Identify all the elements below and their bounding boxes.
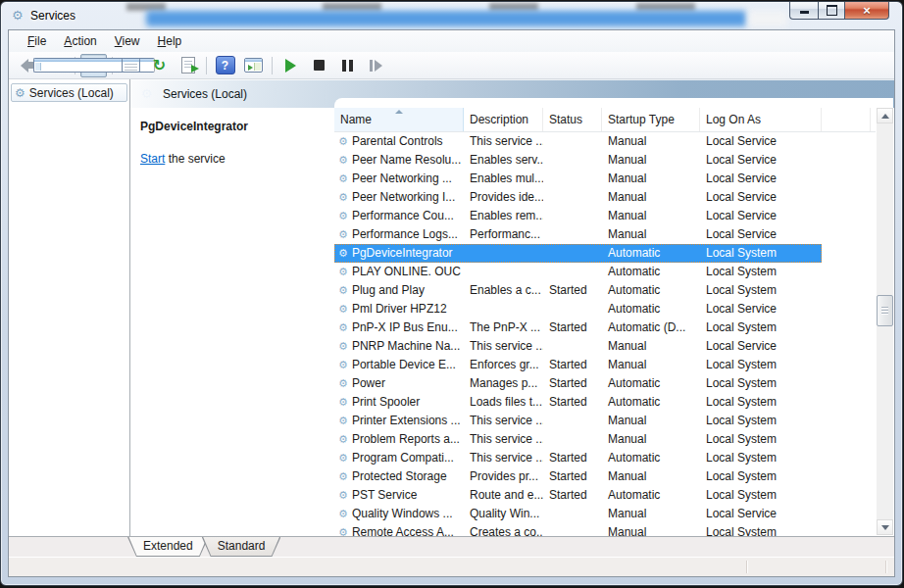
cell-text: Manual xyxy=(608,153,646,167)
service-row[interactable]: ⚙PowerManages p...StartedAutomaticLocal … xyxy=(334,374,822,393)
cell-text: Started xyxy=(549,376,587,390)
pause-service-button[interactable] xyxy=(334,54,361,77)
service-action-rest: the service xyxy=(165,152,225,166)
cell-text: Started xyxy=(549,283,587,297)
cell-startup-type: Manual xyxy=(602,505,700,523)
properties-button[interactable] xyxy=(118,54,144,77)
scrollbar-thumb[interactable] xyxy=(877,295,893,326)
column-header-startup-type[interactable]: Startup Type xyxy=(602,108,700,131)
service-row[interactable]: ⚙PLAY ONLINE. OUCAutomaticLocal System xyxy=(334,263,822,281)
cell-name: ⚙Printer Extensions ... xyxy=(334,412,464,430)
menu-help[interactable]: Help xyxy=(149,31,191,51)
start-service-button[interactable] xyxy=(277,54,304,77)
service-row[interactable]: ⚙Performance Cou...Enables rem...ManualL… xyxy=(334,207,822,225)
cell-name: ⚙Peer Name Resolu... xyxy=(334,151,464,170)
stop-service-button[interactable] xyxy=(306,54,332,77)
menu-file[interactable]: File xyxy=(19,31,55,51)
service-row[interactable]: ⚙PgDeviceIntegratorAutomaticLocal System xyxy=(334,244,822,263)
resume-service-button[interactable] xyxy=(363,54,389,77)
tree-item-services-local[interactable]: ⚙Services (Local) xyxy=(11,83,127,102)
cell-text: Program Compati... xyxy=(352,449,454,467)
cell-log-on-as: Local Service xyxy=(700,505,822,523)
cell-name: ⚙Problem Reports a... xyxy=(334,430,464,449)
service-row[interactable]: ⚙Printer Extensions ...This service ...M… xyxy=(334,412,822,430)
service-row[interactable]: ⚙Program Compati...This service ...Start… xyxy=(334,449,822,467)
start-service-link[interactable]: Start xyxy=(140,152,165,166)
help-button[interactable]: ? xyxy=(212,54,238,77)
service-row[interactable]: ⚙Protected StorageProvides pr...StartedM… xyxy=(334,467,822,486)
service-gear-icon: ⚙ xyxy=(338,393,348,412)
scroll-up-button[interactable] xyxy=(877,108,893,123)
cell-text: Manual xyxy=(608,209,646,222)
vertical-scrollbar[interactable] xyxy=(877,108,893,535)
cell-text: Performanc... xyxy=(470,227,540,241)
tab-standard[interactable]: Standard xyxy=(202,537,281,557)
maximize-icon xyxy=(827,5,837,16)
column-header-status[interactable]: Status xyxy=(543,108,602,131)
service-gear-icon: ⚙ xyxy=(338,430,348,449)
refresh-button[interactable]: ↻ xyxy=(146,54,173,77)
cell-startup-type: Manual xyxy=(602,132,700,151)
service-row[interactable]: ⚙Remote Access A...Creates a co...Manual… xyxy=(334,523,822,536)
cell-text: Local Service xyxy=(706,190,777,204)
service-row[interactable]: ⚙Plug and PlayEnables a c...StartedAutom… xyxy=(334,281,822,300)
cell-status xyxy=(543,244,602,263)
export-list-button[interactable] xyxy=(175,54,201,77)
cell-name: ⚙Peer Networking ... xyxy=(334,170,464,188)
close-button[interactable]: × xyxy=(845,2,889,20)
cell-name: ⚙PST Service xyxy=(334,486,464,505)
service-row[interactable]: ⚙Problem Reports a...This service ...Man… xyxy=(334,430,822,449)
service-row[interactable]: ⚙Portable Device E...Enforces gr...Start… xyxy=(334,356,822,374)
show-action-pane-button[interactable] xyxy=(240,54,267,77)
cell-text: Started xyxy=(549,469,587,483)
service-row[interactable]: ⚙Peer Name Resolu...Enables serv...Manua… xyxy=(334,151,822,170)
show-console-tree-button[interactable] xyxy=(80,54,107,77)
cell-log-on-as: Local System xyxy=(700,412,822,430)
cell-log-on-as: Local Service xyxy=(700,225,822,244)
arrow-down-icon xyxy=(881,525,889,530)
cell-status: Started xyxy=(543,356,602,374)
cell-text: Local System xyxy=(706,265,777,278)
menu-action[interactable]: Action xyxy=(55,31,105,51)
cell-name: ⚙Parental Controls xyxy=(334,132,464,151)
column-header-description[interactable]: Description xyxy=(464,108,543,131)
title-bar[interactable]: ⚙ Services × xyxy=(1,2,902,29)
scroll-down-button[interactable] xyxy=(877,519,893,535)
cell-text: Automatic xyxy=(608,246,660,260)
cell-text: PST Service xyxy=(352,486,417,505)
service-row[interactable]: ⚙PST ServiceRoute and e...StartedAutomat… xyxy=(334,486,822,505)
service-gear-icon: ⚙ xyxy=(338,132,348,151)
service-row[interactable]: ⚙Print SpoolerLoads files t...StartedAut… xyxy=(334,393,822,412)
service-row[interactable]: ⚙Performance Logs...Performanc...ManualL… xyxy=(334,225,822,244)
refresh-icon: ↻ xyxy=(153,58,166,74)
cell-status xyxy=(543,188,602,207)
cell-startup-type: Manual xyxy=(602,467,700,486)
export-list-icon xyxy=(181,57,195,74)
service-row[interactable]: ⚙Peer Networking I...Provides ide...Manu… xyxy=(334,188,822,207)
cell-text: Automatic xyxy=(608,302,660,316)
cell-startup-type: Automatic xyxy=(602,281,700,300)
cell-text: Remote Access A... xyxy=(352,523,454,536)
service-row[interactable]: ⚙PNRP Machine Na...This service ...Manua… xyxy=(334,337,822,356)
menu-view[interactable]: View xyxy=(106,31,149,51)
service-row[interactable]: ⚙Peer Networking ...Enables mul...Manual… xyxy=(334,170,822,188)
services-gear-icon: ⚙ xyxy=(12,8,24,23)
service-row[interactable]: ⚙PnP-X IP Bus Enu...The PnP-X ...Started… xyxy=(334,318,822,337)
statusbar-divider xyxy=(885,561,886,573)
tab-extended[interactable]: Extended xyxy=(127,537,209,557)
service-row[interactable]: ⚙Parental ControlsThis service ...Manual… xyxy=(334,132,822,151)
cell-status xyxy=(543,337,602,356)
cell-text: Provides ide... xyxy=(470,190,543,204)
column-header-filler xyxy=(822,108,871,131)
service-row[interactable]: ⚙Quality Windows ...Quality Win...Manual… xyxy=(334,505,822,523)
cell-name: ⚙PNRP Machine Na... xyxy=(334,337,464,356)
service-gear-icon: ⚙ xyxy=(338,505,348,523)
show-action-pane-icon xyxy=(244,58,263,73)
column-header-name[interactable]: Name xyxy=(334,108,464,131)
maximize-button[interactable] xyxy=(818,2,845,20)
cell-text: Enforces gr... xyxy=(470,358,539,371)
column-header-log-on-as[interactable]: Log On As xyxy=(700,108,822,131)
minimize-button[interactable] xyxy=(789,2,818,20)
cell-log-on-as: Local System xyxy=(700,486,822,505)
service-row[interactable]: ⚙Pml Driver HPZ12AutomaticLocal Service xyxy=(334,300,822,318)
